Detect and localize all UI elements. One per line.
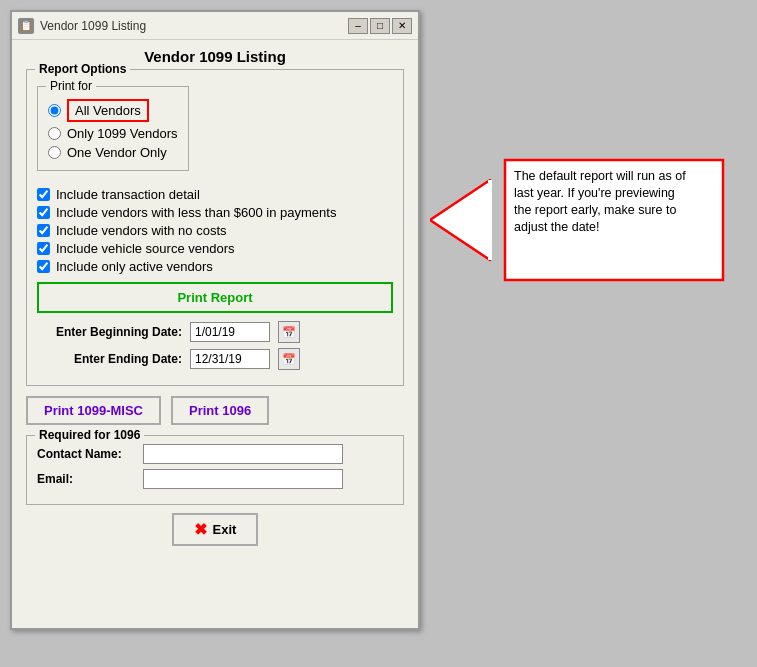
svg-marker-2 [430,180,490,260]
contact-name-row: Contact Name: [37,444,393,464]
report-options-label: Report Options [35,62,130,76]
beginning-date-label: Enter Beginning Date: [37,325,182,339]
exit-label: Exit [213,522,237,537]
main-window: 📋 Vendor 1099 Listing – □ ✕ Vendor 1099 … [10,10,420,630]
radio-only-1099[interactable]: Only 1099 Vendors [48,126,178,141]
radio-one-vendor-input[interactable] [48,146,61,159]
checkbox-less-600-input[interactable] [37,206,50,219]
checkbox-trans-detail-input[interactable] [37,188,50,201]
checkbox-less-600-label: Include vendors with less than $600 in p… [56,205,336,220]
required-1096-label: Required for 1096 [35,428,144,442]
close-button[interactable]: ✕ [392,18,412,34]
ending-date-row: Enter Ending Date: 📅 [37,348,393,370]
checkbox-trans-detail[interactable]: Include transaction detail [37,187,393,202]
checkbox-trans-detail-label: Include transaction detail [56,187,200,202]
minimize-button[interactable]: – [348,18,368,34]
checkbox-only-active-label: Include only active vendors [56,259,213,274]
radio-only-1099-input[interactable] [48,127,61,140]
print-1096-button[interactable]: Print 1096 [171,396,269,425]
exit-button[interactable]: ✖ Exit [172,513,259,546]
one-vendor-label: One Vendor Only [67,145,167,160]
exit-icon: ✖ [194,520,207,539]
ending-date-input[interactable] [190,349,270,369]
window-content: Report Options Print for All Vendors Onl… [12,69,418,560]
title-bar: 📋 Vendor 1099 Listing – □ ✕ [12,12,418,40]
checkbox-only-active-input[interactable] [37,260,50,273]
contact-name-input[interactable] [143,444,343,464]
contact-name-label: Contact Name: [37,447,137,461]
checkbox-vehicle-source-input[interactable] [37,242,50,255]
print-buttons-row: Print 1099-MISC Print 1096 [26,396,404,425]
checkbox-list: Include transaction detail Include vendo… [37,187,393,274]
radio-group: All Vendors Only 1099 Vendors One Vendor… [48,95,178,160]
beginning-date-input[interactable] [190,322,270,342]
beginning-date-cal-button[interactable]: 📅 [278,321,300,343]
radio-all-vendors[interactable]: All Vendors [48,99,178,122]
radio-one-vendor[interactable]: One Vendor Only [48,145,178,160]
ending-date-cal-button[interactable]: 📅 [278,348,300,370]
required-1096-group: Required for 1096 Contact Name: Email: [26,435,404,505]
title-bar-left: 📋 Vendor 1099 Listing [18,18,146,34]
print-for-label: Print for [46,79,96,93]
window-icon: 📋 [18,18,34,34]
arrow-graphic: The default report will run as of last y… [430,140,725,300]
restore-button[interactable]: □ [370,18,390,34]
print-for-group: Print for All Vendors Only 1099 Vendors … [37,86,189,171]
email-label: Email: [37,472,137,486]
radio-all-vendors-input[interactable] [48,104,61,117]
callout-container: The default report will run as of last y… [430,140,725,300]
checkbox-vehicle-source-label: Include vehicle source vendors [56,241,235,256]
report-options-group: Report Options Print for All Vendors Onl… [26,69,404,386]
checkbox-no-costs[interactable]: Include vendors with no costs [37,223,393,238]
checkbox-no-costs-input[interactable] [37,224,50,237]
ending-date-label: Enter Ending Date: [37,352,182,366]
checkbox-less-600[interactable]: Include vendors with less than $600 in p… [37,205,393,220]
print-1099-misc-button[interactable]: Print 1099-MISC [26,396,161,425]
exit-button-container: ✖ Exit [26,513,404,546]
checkbox-vehicle-source[interactable]: Include vehicle source vendors [37,241,393,256]
checkbox-no-costs-label: Include vendors with no costs [56,223,227,238]
email-input[interactable] [143,469,343,489]
beginning-date-row: Enter Beginning Date: 📅 [37,321,393,343]
title-bar-text: Vendor 1099 Listing [40,19,146,33]
only-1099-label: Only 1099 Vendors [67,126,178,141]
email-row: Email: [37,469,393,489]
title-bar-controls: – □ ✕ [348,18,412,34]
print-report-button[interactable]: Print Report [37,282,393,313]
all-vendors-label: All Vendors [67,99,149,122]
checkbox-only-active[interactable]: Include only active vendors [37,259,393,274]
